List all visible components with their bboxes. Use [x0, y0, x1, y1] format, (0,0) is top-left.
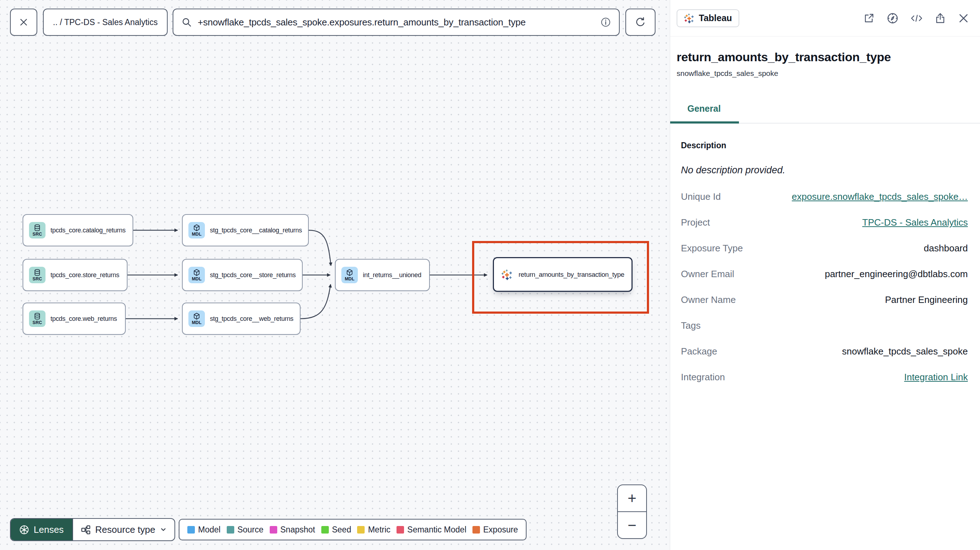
model-badge: MDL [188, 222, 205, 238]
exposure-type-value: dashboard [924, 243, 968, 254]
zoom-out-button[interactable]: − [618, 511, 646, 538]
legend-item-metric: Metric [357, 525, 390, 535]
node-stg-web-returns[interactable]: MDL stg_tpcds_core__web_returns [182, 302, 301, 335]
snapshot-swatch [270, 526, 277, 534]
legend-label: Seed [332, 525, 352, 535]
cube-icon [193, 224, 200, 231]
node-label: tpcds_core.store_returns [51, 272, 119, 279]
badge-label: MDL [192, 277, 201, 281]
legend: Model Source Snapshot Seed Metric Semant… [179, 519, 527, 540]
compass-icon [886, 12, 899, 24]
aperture-icon [19, 525, 29, 535]
resource-title: return_amounts_by_transaction_type [677, 50, 974, 64]
field-label: Unique Id [681, 191, 721, 202]
zoom-control: + − [617, 485, 647, 539]
legend-label: Exposure [483, 525, 518, 535]
dbt-explorer-lineage-view: SRC tpcds_core.catalog_returns MDL stg_t… [0, 0, 980, 550]
search-icon [181, 17, 192, 27]
description-empty-text: No description provided. [681, 165, 968, 176]
info-icon[interactable] [600, 17, 611, 27]
field-row-package: Package snowflake_tpcds_sales_spoke [681, 339, 968, 364]
database-icon [34, 224, 41, 231]
field-label: Project [681, 217, 710, 228]
database-icon [34, 269, 41, 276]
external-link-icon [863, 13, 875, 24]
model-badge: MDL [188, 310, 205, 327]
tableau-icon [684, 13, 695, 24]
metric-swatch [357, 526, 364, 534]
field-label: Package [681, 346, 717, 357]
cube-icon [346, 269, 353, 276]
node-source-catalog-returns[interactable]: SRC tpcds_core.catalog_returns [22, 214, 133, 246]
field-row-owner-name: Owner Name Partner Engineering [681, 287, 968, 313]
field-row-owner-email: Owner Email partner_engineering@dbtlabs.… [681, 261, 968, 287]
legend-label: Source [237, 525, 264, 535]
lineage-search-bar[interactable] [173, 9, 620, 36]
database-icon [34, 313, 41, 320]
field-row-exposure-type: Exposure Type dashboard [681, 235, 968, 261]
node-exposure-return-amounts[interactable]: return_amounts_by_transaction_type [493, 257, 633, 292]
node-stg-store-returns[interactable]: MDL stg_tpcds_core__store_returns [182, 259, 303, 291]
integration-link[interactable]: Integration Link [904, 372, 968, 383]
explore-button[interactable] [886, 12, 899, 24]
refresh-lineage-button[interactable] [625, 9, 655, 36]
badge-label: MDL [192, 320, 201, 325]
project-link[interactable]: TPC-DS - Sales Analytics [862, 217, 968, 228]
share-button[interactable] [934, 13, 946, 24]
field-row-tags: Tags [681, 313, 968, 339]
node-label: tpcds_core.web_returns [51, 315, 117, 323]
field-row-project: Project TPC-DS - Sales Analytics [681, 210, 968, 235]
legend-item-exposure: Exposure [473, 525, 518, 535]
resource-type-dropdown[interactable]: Resource type [72, 519, 175, 540]
lenses-label: Lenses [34, 524, 64, 535]
legend-label: Snapshot [280, 525, 315, 535]
legend-item-model: Model [187, 525, 221, 535]
node-source-store-returns[interactable]: SRC tpcds_core.store_returns [22, 259, 127, 291]
details-panel: Tableau [670, 0, 980, 550]
open-external-link-button[interactable] [863, 13, 875, 24]
lenses-button[interactable]: Lenses [11, 519, 72, 540]
node-label: stg_tpcds_core__web_returns [210, 315, 293, 323]
tableau-badge[interactable]: Tableau [677, 9, 739, 27]
resource-package-subtitle: snowflake_tpcds_sales_spoke [677, 69, 974, 78]
legend-item-snapshot: Snapshot [270, 525, 315, 535]
description-heading: Description [681, 141, 968, 150]
breadcrumb[interactable]: .. / TPC-DS - Sales Analytics [43, 9, 168, 36]
legend-item-source: Source [227, 525, 264, 535]
owner-email-value: partner_engineering@dbtlabs.com [825, 269, 968, 280]
close-icon [18, 17, 29, 27]
details-panel-header: Tableau [670, 0, 980, 37]
tableau-badge-label: Tableau [699, 13, 732, 23]
field-row-integration: Integration Integration Link [681, 364, 968, 390]
zoom-in-button[interactable]: + [618, 485, 646, 511]
share-icon [934, 13, 946, 24]
breadcrumb-label: .. / TPC-DS - Sales Analytics [53, 17, 158, 27]
node-stg-catalog-returns[interactable]: MDL stg_tpcds_core__catalog_returns [182, 214, 309, 246]
search-input[interactable] [198, 17, 595, 28]
unique-id-link[interactable]: exposure.snowflake_tpcds_sales_spoke… [792, 191, 968, 202]
badge-label: SRC [33, 277, 42, 281]
field-label: Tags [681, 320, 701, 331]
source-badge: SRC [29, 310, 46, 327]
close-panel-button[interactable] [958, 13, 969, 24]
resource-type-icon [81, 525, 91, 535]
panel-body: Description No description provided. Uni… [670, 141, 980, 390]
chevron-down-icon [160, 526, 167, 533]
badge-label: MDL [192, 232, 201, 237]
source-badge: SRC [29, 222, 46, 238]
badge-label: SRC [33, 232, 42, 237]
node-label: stg_tpcds_core__catalog_returns [210, 227, 302, 234]
legend-label: Semantic Model [407, 525, 466, 535]
legend-label: Model [198, 525, 221, 535]
node-int-returns-unioned[interactable]: MDL int_returns__unioned [335, 259, 430, 291]
package-value: snowflake_tpcds_sales_spoke [842, 346, 968, 357]
code-button[interactable] [910, 13, 923, 24]
close-lineage-button[interactable] [10, 9, 37, 36]
tableau-icon [501, 267, 513, 283]
source-swatch [227, 526, 234, 534]
lineage-canvas[interactable]: SRC tpcds_core.catalog_returns MDL stg_t… [0, 0, 670, 550]
tab-general[interactable]: General [687, 103, 721, 114]
node-source-web-returns[interactable]: SRC tpcds_core.web_returns [22, 302, 126, 335]
active-tab-underline [670, 121, 739, 124]
panel-actions [863, 12, 969, 24]
